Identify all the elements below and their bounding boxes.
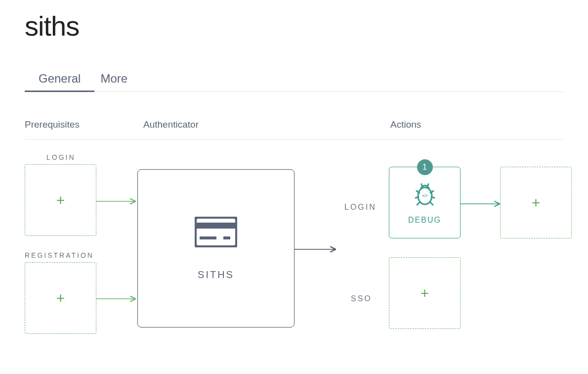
add-action-sso-button[interactable]: + <box>389 257 461 329</box>
flow-canvas: LOGIN + REGISTRATION + <box>25 149 563 357</box>
page-title: siths <box>25 10 563 42</box>
header-actions: Actions <box>390 119 563 130</box>
action-row-sso-label: SSO <box>351 294 372 303</box>
plus-icon: + <box>420 286 429 301</box>
add-prereq-registration-button[interactable]: + <box>25 262 96 334</box>
add-prereq-login-button[interactable]: + <box>25 164 96 236</box>
svg-rect-4 <box>200 236 216 239</box>
action-debug-badge: 1 <box>417 159 433 175</box>
action-debug-card[interactable]: 1 <> <box>389 167 461 238</box>
plus-icon: + <box>532 195 541 210</box>
columns-header: Prerequisites Authenticator Actions <box>25 119 563 140</box>
authenticator-name: SITHS <box>198 269 234 280</box>
header-authenticator: Authenticator <box>143 119 390 130</box>
svg-line-12 <box>416 197 419 198</box>
arrow-auth-to-actions <box>294 244 339 254</box>
action-row-login-label: LOGIN <box>344 203 377 212</box>
svg-line-8 <box>421 184 422 187</box>
svg-line-14 <box>417 202 420 205</box>
svg-rect-5 <box>223 236 230 239</box>
action-debug-label: DEBUG <box>408 216 441 225</box>
plus-icon: + <box>56 193 65 208</box>
add-action-login-button[interactable]: + <box>500 167 572 238</box>
arrow-login-to-auth <box>96 196 138 206</box>
card-icon <box>195 217 237 249</box>
prereq-registration-label: REGISTRATION <box>25 251 94 259</box>
svg-line-9 <box>427 184 428 187</box>
tabs: General More <box>25 72 563 92</box>
plus-icon: + <box>56 291 65 306</box>
header-prerequisites: Prerequisites <box>25 119 143 130</box>
arrow-registration-to-auth <box>96 294 138 304</box>
svg-rect-3 <box>195 223 237 229</box>
authenticator-card-siths[interactable]: SITHS <box>137 169 294 327</box>
prereq-login-label: LOGIN <box>46 153 76 161</box>
tab-more[interactable]: More <box>100 72 127 92</box>
svg-rect-2 <box>195 217 237 247</box>
svg-line-15 <box>430 202 433 205</box>
tab-general[interactable]: General <box>39 72 81 92</box>
arrow-debug-to-add <box>461 199 503 209</box>
bug-icon: <> <box>413 181 437 210</box>
svg-line-13 <box>431 197 434 198</box>
svg-text:<>: <> <box>421 193 427 198</box>
